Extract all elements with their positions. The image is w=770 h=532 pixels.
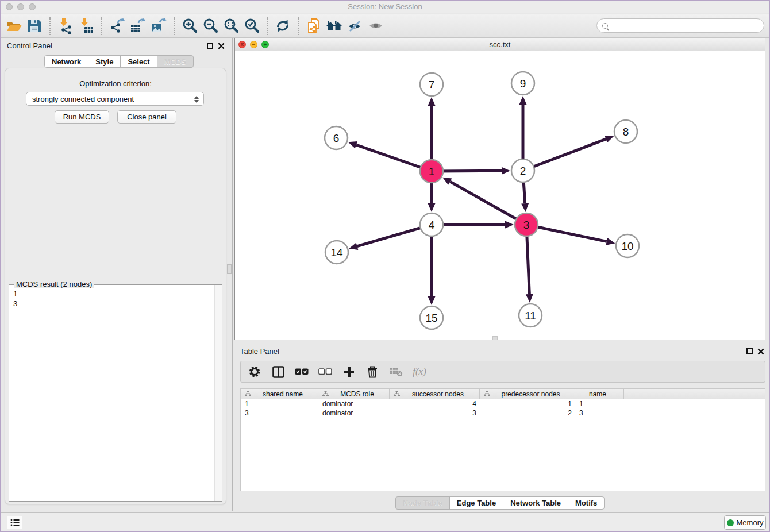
node-label: 14 [330, 246, 343, 259]
settings-gear-button[interactable] [248, 365, 261, 379]
graph-edge-3-1[interactable] [450, 182, 526, 225]
float-table-panel-icon[interactable] [746, 348, 753, 354]
open-session-button[interactable] [3, 16, 24, 36]
table-cell: 1 [241, 399, 318, 408]
optimization-criterion-label: Optimization criterion: [5, 79, 226, 88]
toolbar-separator [298, 17, 299, 35]
result-item: 1 [13, 289, 214, 299]
show-columns-button[interactable] [271, 365, 285, 379]
graph-edge-3-10[interactable] [526, 225, 607, 241]
export-network-button[interactable] [107, 16, 128, 36]
panel-splitter[interactable] [232, 38, 233, 511]
column-header[interactable]: name [575, 389, 624, 399]
edge-arrowhead-icon [428, 97, 436, 106]
import-network-button[interactable] [55, 16, 76, 36]
criterion-select[interactable]: strongly connected component [26, 92, 204, 106]
run-mcds-button[interactable]: Run MCDS [55, 110, 109, 124]
zoom-fit-button[interactable] [221, 16, 241, 36]
delete-table-icon [390, 366, 403, 377]
close-panel-icon[interactable] [218, 43, 225, 49]
network-graph[interactable]: 7968124314101511 [235, 51, 765, 340]
control-panel-tabs: Network Style Select MCDS [44, 55, 194, 68]
task-history-button[interactable] [7, 516, 22, 529]
memory-button[interactable]: Memory [724, 515, 766, 530]
column-header[interactable]: MCDS role [318, 389, 390, 399]
hide-selected-icon [348, 19, 363, 33]
import-table-button[interactable] [76, 16, 97, 36]
node-label: 15 [425, 312, 437, 324]
tab-mcds[interactable]: MCDS [157, 55, 194, 68]
edge-arrowhead-icon [348, 141, 357, 148]
column-header[interactable]: predecessor nodes [480, 389, 575, 399]
sitemap-icon [394, 391, 400, 397]
add-column-button[interactable] [342, 365, 356, 379]
hide-selected-button[interactable] [345, 16, 365, 36]
node-label: 11 [525, 310, 536, 322]
close-table-panel-icon[interactable] [757, 348, 764, 355]
refresh-button[interactable] [272, 16, 293, 36]
network-view-title: scc.txt [235, 40, 765, 49]
application-window: Session: New Session [0, 0, 770, 532]
float-panel-icon[interactable] [207, 43, 213, 49]
save-session-button[interactable] [24, 16, 45, 36]
column-header-label: MCDS role [329, 390, 389, 398]
tab-style[interactable]: Style [88, 55, 121, 68]
tab-network-table[interactable]: Network Table [503, 496, 568, 510]
toolbar-separator [174, 17, 175, 35]
search-input[interactable] [611, 21, 764, 31]
table-cell: 2 [480, 408, 575, 418]
column-header[interactable]: successor nodes [390, 389, 480, 399]
tab-network[interactable]: Network [44, 55, 88, 68]
search-field[interactable] [596, 18, 764, 33]
unselect-all-columns-button[interactable] [318, 365, 332, 379]
column-header[interactable]: shared name [241, 389, 318, 399]
node-table: shared nameMCDS rolesuccessor nodesprede… [240, 388, 765, 491]
close-panel-button[interactable]: Close panel [117, 110, 176, 124]
tab-edge-table[interactable]: Edge Table [449, 496, 503, 510]
column-header-label: name [575, 390, 623, 398]
table-row[interactable]: 3dominator323 [241, 408, 765, 418]
criterion-value: strongly connected component [32, 95, 134, 103]
table-cell: dominator [318, 408, 390, 418]
network-canvas[interactable]: 7968124314101511 [235, 51, 765, 340]
export-table-button[interactable] [128, 16, 148, 36]
column-header-label: predecessor nodes [490, 390, 575, 398]
table-row[interactable]: 1dominator411 [241, 399, 765, 408]
zoom-in-button[interactable] [179, 16, 200, 36]
delete-table-button[interactable] [389, 365, 403, 379]
table-cell: 3 [241, 408, 318, 418]
show-columns-icon [272, 366, 284, 378]
export-image-button[interactable] [148, 16, 169, 36]
edge-arrowhead-icon [521, 203, 529, 212]
table-panel-tabs: Node Table Edge Table Network Table Moti… [234, 496, 765, 510]
tab-motifs[interactable]: Motifs [568, 496, 605, 510]
graph-edge-2-8[interactable] [523, 139, 606, 171]
node-label: 9 [520, 78, 526, 90]
open-session-icon [6, 19, 22, 33]
result-scrollbar[interactable] [214, 285, 222, 501]
tab-node-table[interactable]: Node Table [395, 496, 450, 510]
delete-column-button[interactable] [365, 365, 379, 379]
import-table-icon [79, 18, 94, 34]
first-neighbors-button[interactable] [324, 16, 345, 36]
zoom-out-button[interactable] [200, 16, 221, 36]
edge-arrowhead-icon [526, 294, 533, 303]
edge-arrowhead-icon [428, 203, 436, 212]
table-header-row[interactable]: shared nameMCDS rolesuccessor nodesprede… [240, 388, 765, 399]
new-network-from-selection-button[interactable] [303, 16, 324, 36]
zoom-selected-button[interactable] [241, 16, 262, 36]
splitter-handle[interactable] [227, 264, 232, 274]
node-label: 1 [429, 165, 435, 178]
zoom-selected-icon [244, 18, 260, 33]
tab-select[interactable]: Select [120, 55, 157, 68]
select-all-columns-button[interactable] [295, 365, 309, 379]
table-toolbar: f(x) [240, 361, 765, 383]
network-window-titlebar[interactable]: × − + scc.txt [235, 38, 765, 51]
delete-column-icon [367, 365, 378, 378]
zoom-out-icon [203, 18, 218, 33]
table-body: 1dominator4113dominator323 [240, 399, 765, 491]
function-builder-button[interactable]: f(x) [413, 365, 426, 379]
mcds-result-list[interactable]: 13 [9, 287, 214, 501]
horizontal-splitter-handle[interactable] [492, 336, 498, 340]
show-all-button[interactable] [365, 16, 386, 36]
